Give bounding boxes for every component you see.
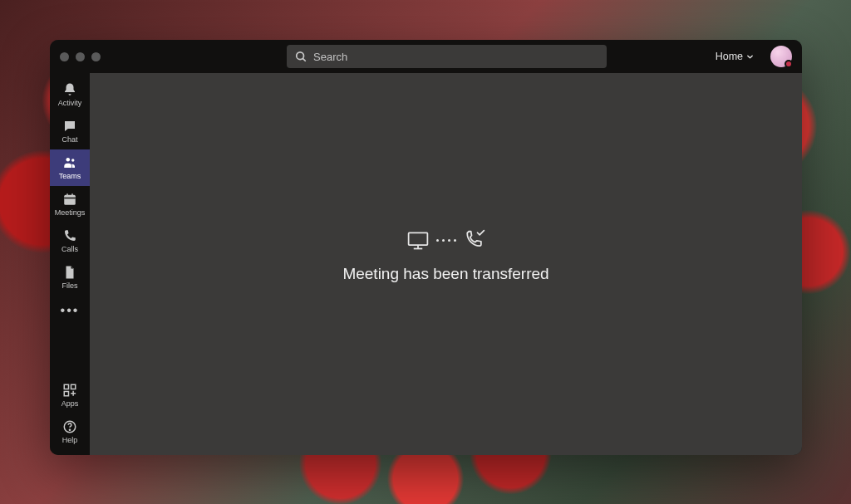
tenant-name: Home bbox=[716, 51, 743, 62]
rail-label: Help bbox=[62, 437, 78, 444]
rail-item-calls[interactable]: Calls bbox=[50, 223, 90, 259]
chevron-down-icon bbox=[746, 53, 754, 61]
minimize-window-button[interactable] bbox=[76, 52, 85, 61]
phone-check-icon bbox=[463, 228, 486, 252]
file-icon bbox=[62, 265, 77, 280]
transfer-message: Meeting has been transferred bbox=[342, 265, 548, 283]
nav-arrows bbox=[257, 50, 268, 63]
rail-label: Files bbox=[61, 282, 77, 290]
svg-rect-11 bbox=[64, 392, 68, 396]
search-box[interactable] bbox=[287, 45, 607, 68]
apps-icon bbox=[62, 383, 77, 398]
transfer-status: Meeting has been transferred bbox=[342, 228, 548, 283]
svg-line-1 bbox=[303, 59, 306, 61]
phone-icon bbox=[62, 228, 77, 243]
rail-item-activity[interactable]: Activity bbox=[50, 76, 90, 113]
rail-item-meetings[interactable]: Meetings bbox=[50, 186, 90, 223]
teams-icon bbox=[62, 155, 77, 170]
app-body: Activity Chat Teams Meetings Calls Files bbox=[50, 73, 802, 455]
profile-avatar[interactable] bbox=[770, 46, 792, 67]
content-area: Meeting has been transferred bbox=[90, 73, 802, 455]
rail-item-chat[interactable]: Chat bbox=[50, 113, 90, 149]
transfer-graphic bbox=[406, 228, 486, 252]
svg-rect-14 bbox=[408, 232, 427, 245]
rail-item-help[interactable]: Help bbox=[50, 413, 90, 450]
teams-window: Home Activity Chat Teams Meetings bbox=[50, 40, 802, 455]
rail-label: Chat bbox=[61, 136, 77, 144]
svg-rect-10 bbox=[71, 384, 76, 389]
close-window-button[interactable] bbox=[60, 52, 69, 61]
rail-item-teams[interactable]: Teams bbox=[50, 149, 90, 186]
monitor-icon bbox=[406, 228, 430, 252]
rail-label: Meetings bbox=[55, 209, 86, 217]
svg-point-3 bbox=[71, 159, 74, 161]
help-icon bbox=[62, 419, 77, 434]
rail-label: Teams bbox=[59, 173, 81, 180]
rail-item-apps[interactable]: Apps bbox=[50, 377, 90, 413]
svg-point-13 bbox=[69, 429, 70, 430]
rail-overflow-button[interactable]: ••• bbox=[50, 296, 90, 325]
search-icon bbox=[295, 51, 307, 62]
rail-label: Calls bbox=[61, 246, 78, 253]
dots-icon bbox=[436, 239, 456, 242]
app-rail: Activity Chat Teams Meetings Calls Files bbox=[50, 73, 90, 455]
rail-label: Activity bbox=[58, 100, 82, 107]
titlebar: Home bbox=[50, 40, 802, 73]
calendar-icon bbox=[62, 192, 77, 207]
search-input[interactable] bbox=[313, 51, 598, 63]
tenant-switcher[interactable]: Home bbox=[716, 51, 754, 62]
bell-icon bbox=[62, 82, 77, 97]
window-controls bbox=[60, 52, 101, 61]
rail-label: Apps bbox=[61, 400, 79, 408]
svg-point-2 bbox=[66, 158, 71, 162]
maximize-window-button[interactable] bbox=[91, 52, 101, 61]
svg-rect-9 bbox=[64, 384, 68, 389]
presence-badge bbox=[785, 60, 793, 68]
rail-item-files[interactable]: Files bbox=[50, 259, 90, 296]
chat-icon bbox=[62, 119, 77, 134]
